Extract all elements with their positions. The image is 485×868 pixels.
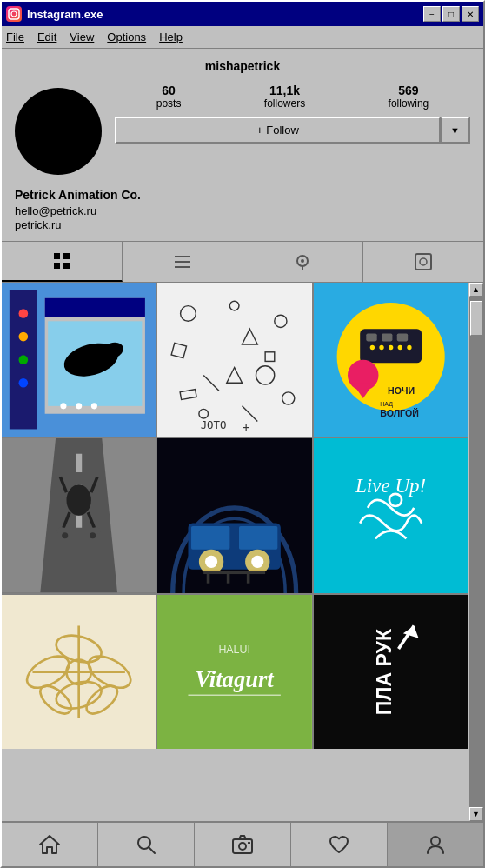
search-nav-item[interactable]	[98, 823, 195, 866]
svg-rect-88	[314, 438, 468, 592]
svg-rect-87	[247, 571, 250, 584]
window-title: Instagram.exe	[27, 8, 418, 21]
grid-cell-8[interactable]: HALUI Vitagurt	[157, 595, 311, 749]
svg-text:ПЛА РУК: ПЛА РУК	[372, 628, 395, 715]
svg-rect-85	[207, 571, 210, 584]
scroll-track[interactable]	[469, 297, 483, 807]
follow-button[interactable]: + Follow	[115, 117, 441, 144]
profile-info: 60 posts 11,1k followers 569 following +…	[15, 83, 470, 175]
grid-cell-9[interactable]: ПЛА РУК	[314, 595, 468, 749]
tab-list[interactable]	[123, 242, 243, 282]
posts-stat: 60 posts	[156, 83, 182, 110]
username: mishapetrick	[15, 59, 470, 73]
grid-cell-3[interactable]: НОЧИ НАД ВОЛГОЙ	[314, 283, 468, 437]
title-bar: Instagram.exe − □ ✕	[2, 2, 483, 26]
bio-name: Petrick Animation Co.	[15, 188, 470, 202]
bio-email: hello@petrick.ru	[15, 204, 470, 217]
tab-tag[interactable]	[363, 242, 483, 282]
svg-point-25	[19, 309, 29, 318]
following-label: following	[389, 97, 429, 110]
svg-point-113	[239, 843, 246, 850]
menu-help[interactable]: Help	[159, 30, 183, 43]
tab-bar	[2, 241, 483, 283]
svg-line-111	[149, 847, 155, 853]
svg-rect-5	[54, 263, 60, 269]
svg-rect-7	[175, 256, 190, 257]
grid-cell-2[interactable]: JOTO +	[157, 283, 311, 437]
svg-point-27	[19, 355, 29, 364]
scroll-thumb[interactable]	[470, 301, 482, 336]
svg-point-72	[62, 532, 68, 538]
svg-rect-3	[54, 253, 60, 259]
svg-point-115	[431, 837, 440, 845]
scrollbar: ▲ ▼	[468, 283, 483, 821]
svg-rect-50	[396, 334, 407, 342]
followers-stat: 11,1k followers	[264, 83, 305, 110]
svg-point-66	[66, 485, 90, 516]
svg-rect-6	[63, 263, 70, 269]
svg-rect-18	[45, 298, 145, 317]
profile-nav-item[interactable]	[388, 823, 483, 866]
svg-rect-8	[175, 261, 190, 263]
svg-text:Vitagurt: Vitagurt	[196, 666, 276, 692]
follow-group: + Follow ▼	[115, 117, 470, 144]
tab-grid[interactable]	[2, 242, 123, 282]
scroll-up-arrow[interactable]: ▲	[469, 283, 483, 297]
menu-view[interactable]: View	[70, 30, 94, 43]
svg-text:Live Up!: Live Up!	[355, 474, 426, 497]
svg-text:HALUI: HALUI	[219, 644, 251, 656]
home-nav-item[interactable]	[2, 823, 98, 866]
svg-point-82	[205, 556, 217, 568]
svg-rect-63	[76, 454, 82, 472]
svg-point-11	[301, 259, 304, 263]
menu-file[interactable]: File	[6, 30, 24, 43]
svg-point-51	[369, 345, 374, 350]
stats-row: 60 posts 11,1k followers 569 following	[115, 83, 470, 110]
window-controls: − □ ✕	[423, 6, 479, 22]
menu-bar: File Edit View Options Help	[2, 26, 483, 49]
svg-text:НАД: НАД	[380, 401, 393, 408]
svg-rect-49	[382, 334, 392, 342]
svg-text:НОЧИ: НОЧИ	[388, 385, 415, 396]
camera-nav-item[interactable]	[195, 823, 291, 866]
svg-text:ВОЛГОЙ: ВОЛГОЙ	[380, 408, 419, 418]
svg-point-22	[60, 403, 66, 409]
svg-point-28	[19, 378, 29, 388]
svg-point-26	[19, 332, 29, 342]
svg-point-23	[76, 403, 82, 409]
svg-rect-13	[415, 254, 431, 270]
menu-edit[interactable]: Edit	[37, 30, 56, 43]
app-icon	[6, 6, 22, 22]
grid-cell-1[interactable]	[2, 283, 156, 437]
minimize-button[interactable]: −	[423, 6, 441, 22]
svg-rect-114	[248, 842, 250, 844]
svg-text:JOTO: JOTO	[201, 418, 227, 431]
followers-label: followers	[264, 97, 305, 110]
grid-cell-4[interactable]	[2, 438, 156, 592]
follow-dropdown-button[interactable]: ▼	[441, 117, 470, 144]
grid-cell-5[interactable]	[157, 438, 311, 592]
svg-point-24	[91, 403, 97, 409]
grid-cell-6[interactable]: Live Up!	[314, 438, 468, 592]
bio-website: petrick.ru	[15, 218, 470, 231]
heart-nav-item[interactable]	[291, 823, 388, 866]
profile-section: mishapetrick 60 posts 11,1k followers 56…	[2, 49, 483, 184]
svg-text:+: +	[242, 420, 250, 435]
image-grid: JOTO +	[2, 283, 468, 749]
svg-point-55	[407, 345, 411, 350]
grid-cell-7[interactable]	[2, 595, 156, 749]
maximize-button[interactable]: □	[442, 6, 460, 22]
bio-section: Petrick Animation Co. hello@petrick.ru p…	[2, 184, 483, 241]
content-area: JOTO +	[2, 283, 483, 821]
tab-location[interactable]	[243, 242, 364, 282]
close-button[interactable]: ✕	[462, 6, 479, 22]
svg-rect-0	[9, 9, 19, 19]
following-count: 569	[398, 83, 418, 97]
svg-rect-29	[157, 283, 311, 437]
scroll-down-arrow[interactable]: ▼	[469, 807, 483, 821]
grid-scroll[interactable]: JOTO +	[2, 283, 468, 821]
menu-options[interactable]: Options	[107, 30, 146, 43]
posts-label: posts	[156, 97, 182, 110]
svg-point-1	[11, 11, 17, 17]
posts-count: 60	[162, 83, 176, 97]
